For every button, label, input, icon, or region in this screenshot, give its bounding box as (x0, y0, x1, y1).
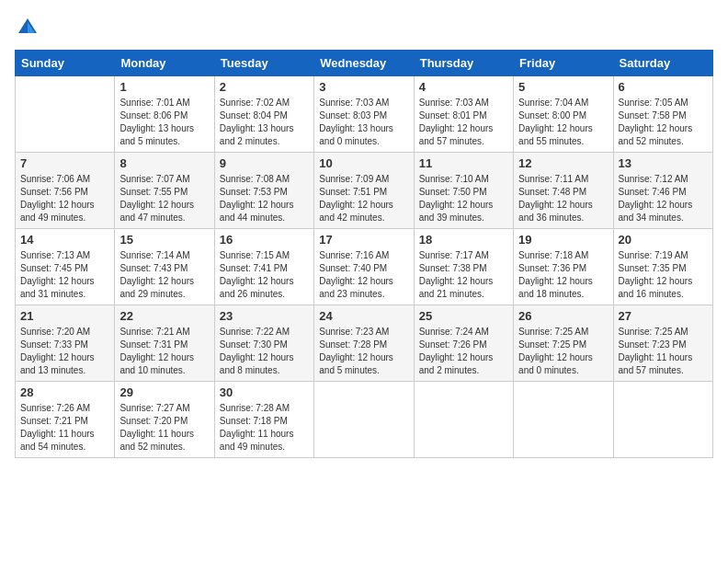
day-number: 25 (419, 309, 508, 323)
day-info: Sunrise: 7:16 AM Sunset: 7:40 PM Dayligh… (319, 249, 408, 301)
calendar-cell: 13Sunrise: 7:12 AM Sunset: 7:46 PM Dayli… (613, 153, 712, 229)
calendar-cell: 10Sunrise: 7:09 AM Sunset: 7:51 PM Dayli… (314, 153, 414, 229)
calendar-week-3: 21Sunrise: 7:20 AM Sunset: 7:33 PM Dayli… (16, 305, 713, 382)
day-info: Sunrise: 7:23 AM Sunset: 7:28 PM Dayligh… (319, 326, 408, 377)
calendar-cell (16, 76, 115, 153)
day-info: Sunrise: 7:20 AM Sunset: 7:33 PM Dayligh… (20, 326, 109, 377)
day-info: Sunrise: 7:05 AM Sunset: 7:58 PM Dayligh… (619, 97, 708, 148)
calendar-cell: 8Sunrise: 7:07 AM Sunset: 7:55 PM Daylig… (115, 153, 214, 229)
day-info: Sunrise: 7:19 AM Sunset: 7:35 PM Dayligh… (619, 249, 708, 301)
column-header-sunday: Sunday (16, 51, 115, 76)
column-header-wednesday: Wednesday (314, 51, 414, 76)
day-number: 17 (319, 233, 408, 247)
day-info: Sunrise: 7:25 AM Sunset: 7:25 PM Dayligh… (518, 326, 608, 377)
calendar-cell: 26Sunrise: 7:25 AM Sunset: 7:25 PM Dayli… (514, 305, 613, 382)
day-info: Sunrise: 7:24 AM Sunset: 7:26 PM Dayligh… (419, 326, 508, 377)
day-number: 28 (20, 385, 109, 399)
day-info: Sunrise: 7:01 AM Sunset: 8:06 PM Dayligh… (119, 97, 209, 148)
column-header-monday: Monday (115, 51, 214, 76)
calendar-cell: 25Sunrise: 7:24 AM Sunset: 7:26 PM Dayli… (414, 305, 513, 382)
calendar-cell: 23Sunrise: 7:22 AM Sunset: 7:30 PM Dayli… (214, 305, 313, 382)
day-number: 24 (319, 309, 408, 323)
day-info: Sunrise: 7:12 AM Sunset: 7:46 PM Dayligh… (619, 173, 708, 224)
day-info: Sunrise: 7:06 AM Sunset: 7:56 PM Dayligh… (20, 173, 109, 224)
day-number: 9 (220, 156, 309, 170)
calendar-cell: 30Sunrise: 7:28 AM Sunset: 7:18 PM Dayli… (214, 382, 313, 458)
calendar-cell: 12Sunrise: 7:11 AM Sunset: 7:48 PM Dayli… (514, 153, 613, 229)
page-header (15, 15, 713, 40)
day-number: 26 (518, 309, 608, 323)
column-header-saturday: Saturday (613, 51, 712, 76)
day-info: Sunrise: 7:04 AM Sunset: 8:00 PM Dayligh… (518, 97, 608, 148)
calendar-cell: 29Sunrise: 7:27 AM Sunset: 7:20 PM Dayli… (115, 382, 214, 458)
day-info: Sunrise: 7:18 AM Sunset: 7:36 PM Dayligh… (518, 249, 608, 301)
day-number: 5 (518, 80, 608, 94)
calendar-cell: 24Sunrise: 7:23 AM Sunset: 7:28 PM Dayli… (314, 305, 414, 382)
day-number: 7 (20, 156, 109, 170)
calendar-cell: 21Sunrise: 7:20 AM Sunset: 7:33 PM Dayli… (16, 305, 115, 382)
day-number: 14 (20, 233, 109, 247)
day-number: 19 (518, 233, 608, 247)
calendar-cell (314, 382, 414, 458)
calendar-cell: 19Sunrise: 7:18 AM Sunset: 7:36 PM Dayli… (514, 229, 613, 305)
calendar-cell: 11Sunrise: 7:10 AM Sunset: 7:50 PM Dayli… (414, 153, 513, 229)
calendar-cell: 6Sunrise: 7:05 AM Sunset: 7:58 PM Daylig… (613, 76, 712, 153)
calendar-cell: 27Sunrise: 7:25 AM Sunset: 7:23 PM Dayli… (613, 305, 712, 382)
day-number: 10 (319, 156, 408, 170)
logo-icon (15, 15, 40, 40)
calendar-cell: 28Sunrise: 7:26 AM Sunset: 7:21 PM Dayli… (16, 382, 115, 458)
day-number: 2 (220, 80, 309, 94)
calendar-cell (414, 382, 513, 458)
day-number: 8 (119, 156, 209, 170)
calendar-cell: 5Sunrise: 7:04 AM Sunset: 8:00 PM Daylig… (514, 76, 613, 153)
calendar-cell: 14Sunrise: 7:13 AM Sunset: 7:45 PM Dayli… (16, 229, 115, 305)
calendar-cell: 20Sunrise: 7:19 AM Sunset: 7:35 PM Dayli… (613, 229, 712, 305)
day-number: 29 (119, 385, 209, 399)
calendar-cell: 7Sunrise: 7:06 AM Sunset: 7:56 PM Daylig… (16, 153, 115, 229)
day-number: 21 (20, 309, 109, 323)
calendar-cell: 9Sunrise: 7:08 AM Sunset: 7:53 PM Daylig… (214, 153, 313, 229)
day-info: Sunrise: 7:22 AM Sunset: 7:30 PM Dayligh… (220, 326, 309, 377)
day-info: Sunrise: 7:03 AM Sunset: 8:03 PM Dayligh… (319, 97, 408, 148)
day-info: Sunrise: 7:10 AM Sunset: 7:50 PM Dayligh… (419, 173, 508, 224)
calendar-cell: 15Sunrise: 7:14 AM Sunset: 7:43 PM Dayli… (115, 229, 214, 305)
calendar-cell: 17Sunrise: 7:16 AM Sunset: 7:40 PM Dayli… (314, 229, 414, 305)
column-header-friday: Friday (514, 51, 613, 76)
calendar-cell: 2Sunrise: 7:02 AM Sunset: 8:04 PM Daylig… (214, 76, 313, 153)
day-info: Sunrise: 7:07 AM Sunset: 7:55 PM Dayligh… (119, 173, 209, 224)
calendar-week-1: 7Sunrise: 7:06 AM Sunset: 7:56 PM Daylig… (16, 153, 713, 229)
calendar-cell: 18Sunrise: 7:17 AM Sunset: 7:38 PM Dayli… (414, 229, 513, 305)
day-info: Sunrise: 7:13 AM Sunset: 7:45 PM Dayligh… (20, 249, 109, 301)
day-number: 13 (619, 156, 708, 170)
day-number: 15 (119, 233, 209, 247)
day-info: Sunrise: 7:09 AM Sunset: 7:51 PM Dayligh… (319, 173, 408, 224)
day-number: 3 (319, 80, 408, 94)
day-number: 30 (220, 385, 309, 399)
day-info: Sunrise: 7:26 AM Sunset: 7:21 PM Dayligh… (20, 402, 109, 454)
calendar-cell: 22Sunrise: 7:21 AM Sunset: 7:31 PM Dayli… (115, 305, 214, 382)
calendar-header-row: SundayMondayTuesdayWednesdayThursdayFrid… (16, 51, 713, 76)
day-number: 22 (119, 309, 209, 323)
calendar-week-0: 1Sunrise: 7:01 AM Sunset: 8:06 PM Daylig… (16, 76, 713, 153)
calendar-cell (514, 382, 613, 458)
day-number: 16 (220, 233, 309, 247)
day-number: 18 (419, 233, 508, 247)
day-number: 12 (518, 156, 608, 170)
day-number: 11 (419, 156, 508, 170)
day-info: Sunrise: 7:15 AM Sunset: 7:41 PM Dayligh… (220, 249, 309, 301)
calendar-cell: 4Sunrise: 7:03 AM Sunset: 8:01 PM Daylig… (414, 76, 513, 153)
day-info: Sunrise: 7:08 AM Sunset: 7:53 PM Dayligh… (220, 173, 309, 224)
day-number: 23 (220, 309, 309, 323)
day-number: 1 (119, 80, 209, 94)
day-info: Sunrise: 7:27 AM Sunset: 7:20 PM Dayligh… (119, 402, 209, 454)
day-info: Sunrise: 7:17 AM Sunset: 7:38 PM Dayligh… (419, 249, 508, 301)
day-info: Sunrise: 7:11 AM Sunset: 7:48 PM Dayligh… (518, 173, 608, 224)
logo (15, 15, 44, 40)
day-info: Sunrise: 7:21 AM Sunset: 7:31 PM Dayligh… (119, 326, 209, 377)
day-info: Sunrise: 7:14 AM Sunset: 7:43 PM Dayligh… (119, 249, 209, 301)
day-info: Sunrise: 7:25 AM Sunset: 7:23 PM Dayligh… (619, 326, 708, 377)
day-info: Sunrise: 7:02 AM Sunset: 8:04 PM Dayligh… (220, 97, 309, 148)
day-number: 6 (619, 80, 708, 94)
day-info: Sunrise: 7:28 AM Sunset: 7:18 PM Dayligh… (220, 402, 309, 454)
day-info: Sunrise: 7:03 AM Sunset: 8:01 PM Dayligh… (419, 97, 508, 148)
